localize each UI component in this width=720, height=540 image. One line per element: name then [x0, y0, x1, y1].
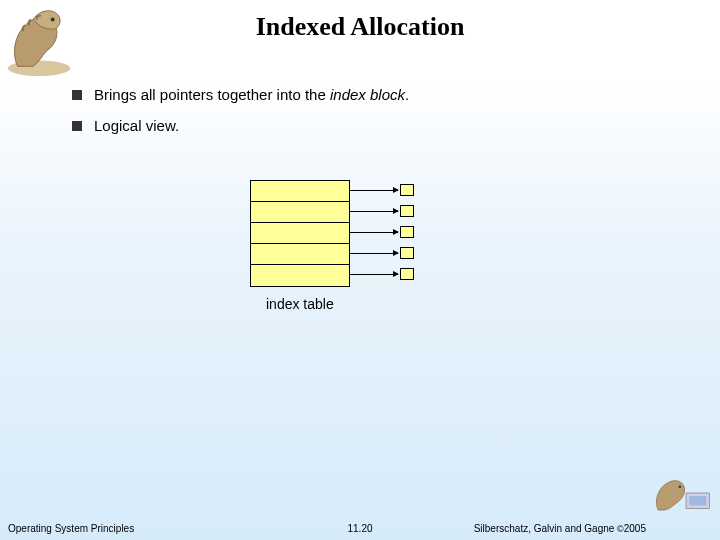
bullet-text: Brings all pointers together into the in…: [94, 86, 409, 103]
index-row: [251, 244, 349, 265]
bullet-icon: [72, 90, 82, 100]
bullet-text-pre: Logical view.: [94, 117, 179, 134]
bullet-icon: [72, 121, 82, 131]
arrow-icon: [350, 274, 398, 275]
footer-author: Silberschatz, Galvin and Gagne: [474, 523, 617, 534]
dinosaur-footer-icon: [652, 468, 714, 518]
index-row: [251, 181, 349, 202]
bullet-text-post: .: [405, 86, 409, 103]
bullet-item: Brings all pointers together into the in…: [72, 86, 680, 103]
svg-rect-3: [689, 496, 706, 505]
diagram-area: index table: [0, 180, 720, 340]
data-block: [400, 226, 414, 238]
data-block: [400, 247, 414, 259]
slide-title: Indexed Allocation: [0, 12, 720, 42]
bullet-item: Logical view.: [72, 117, 680, 134]
index-table-label: index table: [266, 296, 334, 312]
arrow-icon: [350, 211, 398, 212]
bullet-text-em: index block: [330, 86, 405, 103]
data-block: [400, 268, 414, 280]
copyright-icon: ©: [617, 524, 624, 534]
index-table: [250, 180, 350, 287]
data-block: [400, 184, 414, 196]
bullet-text: Logical view.: [94, 117, 179, 134]
content-area: Brings all pointers together into the in…: [72, 86, 680, 148]
bullet-text-pre: Brings all pointers together into the: [94, 86, 330, 103]
footer-year: 2005: [624, 523, 646, 534]
arrow-icon: [350, 232, 398, 233]
footer: Operating System Principles 11.20 Silber…: [0, 518, 720, 536]
arrow-icon: [350, 190, 398, 191]
data-block: [400, 205, 414, 217]
index-row: [251, 202, 349, 223]
arrow-icon: [350, 253, 398, 254]
footer-right: Silberschatz, Galvin and Gagne ©2005: [474, 523, 646, 534]
index-row: [251, 265, 349, 286]
svg-point-4: [679, 486, 681, 488]
index-diagram: index table: [250, 180, 470, 340]
index-row: [251, 223, 349, 244]
